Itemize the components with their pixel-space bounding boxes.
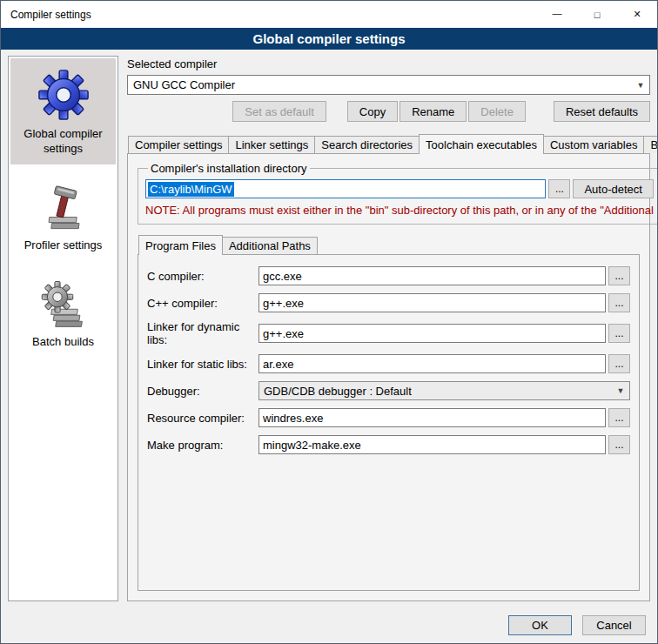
gray-gear-stack-icon <box>39 280 88 329</box>
page-title: Global compiler settings <box>1 28 657 50</box>
resource-compiler-label: Resource compiler: <box>147 412 258 425</box>
sidebar-item-global-compiler-settings[interactable]: Global compiler settings <box>10 58 116 164</box>
form-row-make-program: Make program: ... <box>147 435 630 454</box>
rename-button[interactable]: Rename <box>400 101 467 122</box>
selected-compiler-label: Selected compiler <box>127 57 650 70</box>
form-row-cpp-compiler: C++ compiler: ... <box>147 293 630 312</box>
cancel-button[interactable]: Cancel <box>582 615 646 635</box>
minimize-icon: — <box>553 8 562 18</box>
make-program-label: Make program: <box>147 439 258 452</box>
chevron-down-icon: ▼ <box>612 386 629 395</box>
autodetect-button[interactable]: Auto-detect <box>573 179 654 198</box>
sidebar-item-label: Global compiler settings <box>13 127 113 157</box>
resource-compiler-browse-button[interactable]: ... <box>608 408 630 427</box>
tab-program-files[interactable]: Program Files <box>138 235 223 255</box>
resource-compiler-input[interactable] <box>258 408 606 427</box>
tab-search-directories[interactable]: Search directories <box>314 136 420 153</box>
minimize-button[interactable]: — <box>537 1 577 28</box>
tab-linker-settings[interactable]: Linker settings <box>228 136 315 153</box>
copy-button[interactable]: Copy <box>347 101 398 122</box>
c-compiler-label: C compiler: <box>147 270 258 283</box>
form-row-debugger: Debugger: GDB/CDB debugger : Default ▼ <box>147 381 630 400</box>
ok-button[interactable]: OK <box>508 615 572 635</box>
compiler-settings-dialog: Compiler settings — □ ✕ Global compiler … <box>0 0 658 644</box>
settings-tabstrip: Compiler settings Linker settings Search… <box>127 133 650 153</box>
close-icon: ✕ <box>633 9 641 20</box>
sidebar-item-label: Batch builds <box>32 335 94 350</box>
program-files-panel: C compiler: ... C++ compiler: ... <box>138 254 640 591</box>
reset-defaults-button[interactable]: Reset defaults <box>554 101 650 122</box>
c-compiler-input[interactable] <box>258 266 606 285</box>
static-linker-input[interactable] <box>258 354 606 373</box>
tab-custom-variables[interactable]: Custom variables <box>543 136 644 153</box>
make-program-input[interactable] <box>258 435 606 454</box>
sidebar-item-batch-builds[interactable]: Batch builds <box>10 272 116 358</box>
make-program-browse-button[interactable]: ... <box>608 435 630 454</box>
installation-directory-input[interactable]: C:\raylib\MinGW <box>145 179 546 198</box>
form-row-resource-compiler: Resource compiler: ... <box>147 408 630 427</box>
static-linker-label: Linker for static libs: <box>147 358 258 371</box>
tab-compiler-settings[interactable]: Compiler settings <box>128 136 229 153</box>
debugger-value: GDB/CDB debugger : Default <box>264 385 412 398</box>
window-title: Compiler settings <box>1 1 537 28</box>
maximize-icon: □ <box>594 10 601 20</box>
installation-directory-title: Compiler's installation directory <box>148 162 310 175</box>
chevron-down-icon: ▼ <box>632 81 649 90</box>
c-compiler-browse-button[interactable]: ... <box>608 266 630 285</box>
settings-sidebar: Global compiler settings Profiler settin… <box>8 56 118 601</box>
set-as-default-button: Set as default <box>232 101 326 122</box>
selected-compiler-value: GNU GCC Compiler <box>133 78 235 91</box>
compiler-actions: Set as default Copy Rename Delete Reset … <box>127 101 650 122</box>
dialog-content: Global compiler settings Profiler settin… <box>1 50 657 607</box>
program-files-tabstrip: Program Files Additional Paths <box>138 235 640 254</box>
dynamic-linker-input[interactable] <box>258 324 606 343</box>
dynamic-linker-label: Linker for dynamic libs: <box>147 320 258 346</box>
tab-build-options[interactable]: Builc <box>643 136 658 153</box>
sidebar-item-profiler-settings[interactable]: Profiler settings <box>10 175 116 261</box>
form-row-dynamic-linker: Linker for dynamic libs: ... <box>147 320 630 346</box>
static-linker-browse-button[interactable]: ... <box>608 354 630 373</box>
debugger-dropdown[interactable]: GDB/CDB debugger : Default ▼ <box>258 381 630 400</box>
form-row-c-compiler: C compiler: ... <box>147 266 630 285</box>
delete-button: Delete <box>468 101 526 122</box>
sidebar-item-label: Profiler settings <box>24 238 103 253</box>
dialog-footer: OK Cancel <box>1 607 657 643</box>
cpp-compiler-label: C++ compiler: <box>147 297 258 310</box>
main-panel: Selected compiler GNU GCC Compiler ▼ Set… <box>127 56 650 601</box>
bin-subdirectory-note: NOTE: All programs must exist either in … <box>145 204 654 217</box>
selected-compiler-dropdown[interactable]: GNU GCC Compiler ▼ <box>127 75 650 95</box>
installation-directory-row: C:\raylib\MinGW ... Auto-detect <box>145 179 654 198</box>
cpp-compiler-browse-button[interactable]: ... <box>608 293 630 312</box>
dynamic-linker-browse-button[interactable]: ... <box>608 324 630 343</box>
titlebar[interactable]: Compiler settings — □ ✕ <box>1 1 657 28</box>
maximize-button[interactable]: □ <box>577 1 617 28</box>
tab-toolchain-executables[interactable]: Toolchain executables <box>419 134 544 154</box>
blue-gear-icon <box>37 67 91 121</box>
cpp-compiler-input[interactable] <box>258 293 606 312</box>
installation-directory-group: Compiler's installation directory C:\ray… <box>138 162 658 225</box>
toolchain-executables-panel: Compiler's installation directory C:\ray… <box>127 153 650 601</box>
debugger-label: Debugger: <box>147 385 258 398</box>
tab-additional-paths[interactable]: Additional Paths <box>222 237 318 254</box>
installation-directory-value: C:\raylib\MinGW <box>148 182 234 197</box>
form-row-static-linker: Linker for static libs: ... <box>147 354 630 373</box>
profiler-tool-icon <box>39 184 88 232</box>
close-button[interactable]: ✕ <box>617 1 657 28</box>
installation-directory-browse-button[interactable]: ... <box>548 179 570 198</box>
